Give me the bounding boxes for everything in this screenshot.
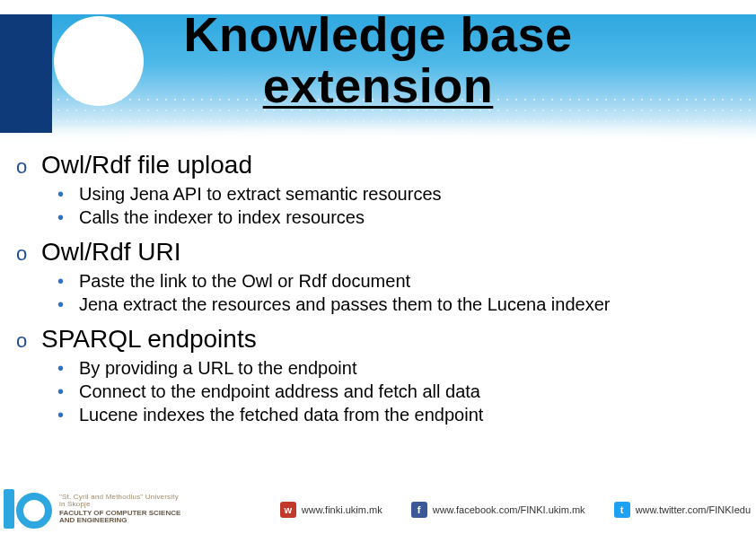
section-heading-text: Owl/Rdf URI — [41, 238, 181, 267]
footer-logo-area: "St. Cyril and Methodius" University in … — [4, 489, 185, 529]
section-sparql-endpoints: o SPARQL endpoints By providing a URL to… — [16, 325, 740, 426]
list-item-text: Calls the indexer to index resources — [79, 206, 365, 230]
faculty-name: FACULTY OF COMPUTER SCIENCE AND ENGINEER… — [59, 510, 185, 525]
section-owl-rdf-file-upload: o Owl/Rdf file upload Using Jena API to … — [16, 151, 740, 229]
decorative-dots — [0, 118, 756, 124]
logo-o-shape — [16, 493, 52, 529]
footer: "St. Cyril and Methodius" University in … — [0, 478, 756, 534]
list-item: Paste the link to the Owl or Rdf documen… — [57, 270, 740, 293]
logo-i-shape — [4, 489, 14, 529]
section-items: Paste the link to the Owl or Rdf documen… — [16, 270, 740, 316]
list-item-text: Lucene indexes the fetched data from the… — [79, 404, 483, 427]
section-heading: o Owl/Rdf file upload — [16, 151, 740, 179]
list-item: By providing a URL to the endpoint — [57, 357, 740, 381]
list-item: Jena extract the resources and passes th… — [57, 293, 740, 317]
link-text: www.twitter.com/FINKIedu — [636, 504, 751, 515]
web-icon: w — [280, 502, 296, 518]
bullet-icon: o — [16, 242, 32, 266]
title-line-1: Knowledge base — [0, 9, 756, 60]
university-name: "St. Cyril and Methodius" University in … — [59, 494, 185, 509]
list-item: Calls the indexer to index resources — [57, 206, 740, 230]
list-item: Connect to the endpoint address and fetc… — [57, 381, 740, 404]
slide: Knowledge base extension o Owl/Rdf file … — [0, 0, 756, 534]
list-item: Lucene indexes the fetched data from the… — [57, 404, 740, 427]
title-line-2: extension — [0, 60, 756, 111]
section-items: Using Jena API to extract semantic resou… — [16, 183, 740, 229]
bullet-icon: o — [16, 329, 32, 353]
bullet-icon: o — [16, 155, 32, 179]
link-text: www.facebook.com/FINKI.ukim.mk — [433, 504, 585, 515]
section-owl-rdf-uri: o Owl/Rdf URI Paste the link to the Owl … — [16, 238, 740, 316]
list-item: Using Jena API to extract semantic resou… — [57, 183, 740, 206]
facebook-icon: f — [411, 502, 427, 518]
link-text: www.finki.ukim.mk — [302, 504, 382, 515]
footer-logo-text: "St. Cyril and Methodius" University in … — [59, 494, 185, 525]
slide-title: Knowledge base extension — [0, 9, 756, 110]
twitter-icon: t — [614, 502, 630, 518]
list-item-text: By providing a URL to the endpoint — [79, 357, 356, 381]
link-facebook[interactable]: f www.facebook.com/FINKI.ukim.mk — [411, 502, 585, 518]
link-twitter[interactable]: t www.twitter.com/FINKIedu — [614, 502, 751, 518]
list-item-text: Paste the link to the Owl or Rdf documen… — [79, 270, 410, 293]
section-heading-text: Owl/Rdf file upload — [41, 151, 252, 179]
list-item-text: Connect to the endpoint address and fetc… — [79, 381, 480, 404]
section-heading-text: SPARQL endpoints — [41, 325, 257, 354]
footer-links: w www.finki.ukim.mk f www.facebook.com/F… — [280, 502, 751, 518]
list-item-text: Jena extract the resources and passes th… — [79, 293, 610, 317]
section-items: By providing a URL to the endpoint Conne… — [16, 357, 740, 426]
io-logo-icon — [4, 489, 52, 529]
section-heading: o Owl/Rdf URI — [16, 238, 740, 267]
section-heading: o SPARQL endpoints — [16, 325, 740, 354]
link-website[interactable]: w www.finki.ukim.mk — [280, 502, 382, 518]
content-body: o Owl/Rdf file upload Using Jena API to … — [16, 151, 740, 435]
list-item-text: Using Jena API to extract semantic resou… — [79, 183, 442, 206]
